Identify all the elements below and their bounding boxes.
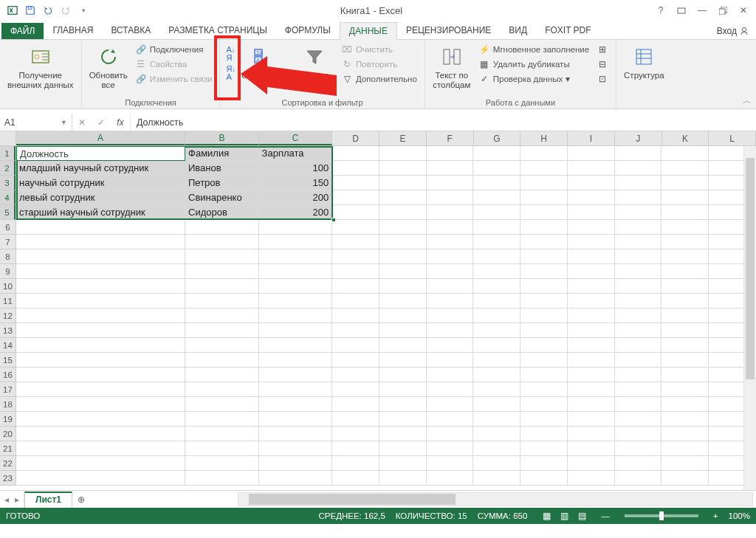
cell-F13[interactable] xyxy=(427,323,474,338)
cell-A18[interactable] xyxy=(16,397,185,412)
cell-E15[interactable] xyxy=(379,353,427,368)
cell-D15[interactable] xyxy=(332,353,379,368)
name-box-dropdown-icon[interactable]: ▼ xyxy=(61,119,67,126)
cell-E9[interactable] xyxy=(379,264,427,279)
cell-F17[interactable] xyxy=(427,382,474,397)
zoom-slider-thumb[interactable] xyxy=(659,511,664,520)
horizontal-scroll-thumb[interactable] xyxy=(249,494,456,505)
cell-H4[interactable] xyxy=(520,190,568,205)
cell-H3[interactable] xyxy=(520,176,568,190)
cell-C1[interactable]: Зарплата xyxy=(259,146,333,161)
cell-G17[interactable] xyxy=(473,382,520,397)
data-validation-button[interactable]: ✓Проверка данных ▾ xyxy=(477,72,591,86)
cell-C3[interactable]: 150 xyxy=(259,176,333,190)
restore-icon[interactable] xyxy=(713,2,732,18)
cell-I11[interactable] xyxy=(568,294,615,308)
cell-J20[interactable] xyxy=(615,427,662,441)
remove-duplicates-button[interactable]: ▦Удалить дубликаты xyxy=(477,58,591,71)
cell-A13[interactable] xyxy=(16,323,185,338)
cell-J3[interactable] xyxy=(615,176,662,190)
reapply-button[interactable]: ↻Повторить xyxy=(340,58,419,71)
row-header-4[interactable]: 4 xyxy=(0,190,16,205)
cell-B6[interactable] xyxy=(185,220,259,235)
cell-B4[interactable]: Свинаренко xyxy=(185,190,259,205)
enter-formula-icon[interactable]: ✓ xyxy=(92,117,111,128)
cell-B7[interactable] xyxy=(185,235,259,249)
help-icon[interactable]: ? xyxy=(651,2,670,18)
cell-A21[interactable] xyxy=(16,441,185,456)
cell-K19[interactable] xyxy=(662,412,709,427)
cell-K5[interactable] xyxy=(662,205,709,220)
cell-D14[interactable] xyxy=(332,338,379,353)
cell-B10[interactable] xyxy=(185,279,259,294)
cell-G22[interactable] xyxy=(473,456,520,471)
cell-K22[interactable] xyxy=(662,456,709,471)
cell-C23[interactable] xyxy=(259,471,333,486)
cell-H11[interactable] xyxy=(520,294,568,308)
normal-view-icon[interactable]: ▦ xyxy=(537,509,555,523)
tab-формулы[interactable]: ФОРМУЛЫ xyxy=(276,22,340,39)
cell-G1[interactable] xyxy=(473,146,520,161)
sheet-prev-icon[interactable]: ◂ xyxy=(4,494,9,505)
column-header-K[interactable]: K xyxy=(662,131,709,145)
collapse-ribbon-icon[interactable]: ︿ xyxy=(743,94,752,107)
select-all-corner[interactable] xyxy=(0,131,16,146)
cell-A17[interactable] xyxy=(16,382,185,397)
column-header-E[interactable]: E xyxy=(379,131,427,145)
zoom-out-icon[interactable]: — xyxy=(601,511,610,520)
cell-C10[interactable] xyxy=(259,279,333,294)
cell-B17[interactable] xyxy=(185,382,259,397)
tab-file[interactable]: ФАЙЛ xyxy=(1,23,44,39)
cell-A11[interactable] xyxy=(16,294,185,308)
cell-D8[interactable] xyxy=(332,249,379,264)
cell-K4[interactable] xyxy=(662,190,709,205)
cell-C8[interactable] xyxy=(259,249,333,264)
cell-F8[interactable] xyxy=(427,249,474,264)
cell-A9[interactable] xyxy=(16,264,185,279)
cell-F19[interactable] xyxy=(427,412,474,427)
cell-B14[interactable] xyxy=(185,338,259,353)
cell-D13[interactable] xyxy=(332,323,379,338)
cell-I2[interactable] xyxy=(568,161,615,176)
cell-C18[interactable] xyxy=(259,397,333,412)
cell-E14[interactable] xyxy=(379,338,427,353)
excel-icon[interactable] xyxy=(4,2,21,18)
cell-F18[interactable] xyxy=(427,397,474,412)
cell-D16[interactable] xyxy=(332,368,379,382)
flash-fill-button[interactable]: ⚡Мгновенное заполнение xyxy=(477,43,591,56)
cell-J13[interactable] xyxy=(615,323,662,338)
cell-K11[interactable] xyxy=(662,294,709,308)
cell-G12[interactable] xyxy=(473,308,520,323)
cell-K23[interactable] xyxy=(662,471,709,486)
cell-H15[interactable] xyxy=(520,353,568,368)
cancel-formula-icon[interactable]: ✕ xyxy=(72,117,92,128)
cell-F12[interactable] xyxy=(427,308,474,323)
cell-K6[interactable] xyxy=(662,220,709,235)
row-header-1[interactable]: 1 xyxy=(0,146,16,161)
save-icon[interactable] xyxy=(22,2,38,18)
cell-B16[interactable] xyxy=(185,368,259,382)
name-box[interactable]: A1▼ xyxy=(0,114,72,131)
cell-H9[interactable] xyxy=(520,264,568,279)
cell-E8[interactable] xyxy=(379,249,427,264)
sheet-nav[interactable]: ◂▸ xyxy=(0,491,24,508)
cell-B9[interactable] xyxy=(185,264,259,279)
cell-D1[interactable] xyxy=(332,146,379,161)
cell-A5[interactable]: старший научный сотрудник xyxy=(16,205,185,220)
cell-H23[interactable] xyxy=(520,471,568,486)
connections-button[interactable]: 🔗Подключения xyxy=(134,43,214,56)
cell-H20[interactable] xyxy=(520,427,568,441)
cell-E18[interactable] xyxy=(379,397,427,412)
cell-C17[interactable] xyxy=(259,382,333,397)
qat-customize-icon[interactable]: ▾ xyxy=(75,2,92,18)
edit-links-button[interactable]: 🔗Изменить связи xyxy=(134,72,214,86)
cell-G18[interactable] xyxy=(473,397,520,412)
redo-icon[interactable] xyxy=(58,2,74,18)
cell-H7[interactable] xyxy=(520,235,568,249)
row-header-12[interactable]: 12 xyxy=(0,308,16,323)
tab-foxit-pdf[interactable]: FOXIT PDF xyxy=(536,22,599,39)
close-icon[interactable]: ✕ xyxy=(734,2,753,18)
cell-I19[interactable] xyxy=(568,412,615,427)
page-break-view-icon[interactable]: ▤ xyxy=(573,509,591,523)
row-header-13[interactable]: 13 xyxy=(0,323,16,338)
